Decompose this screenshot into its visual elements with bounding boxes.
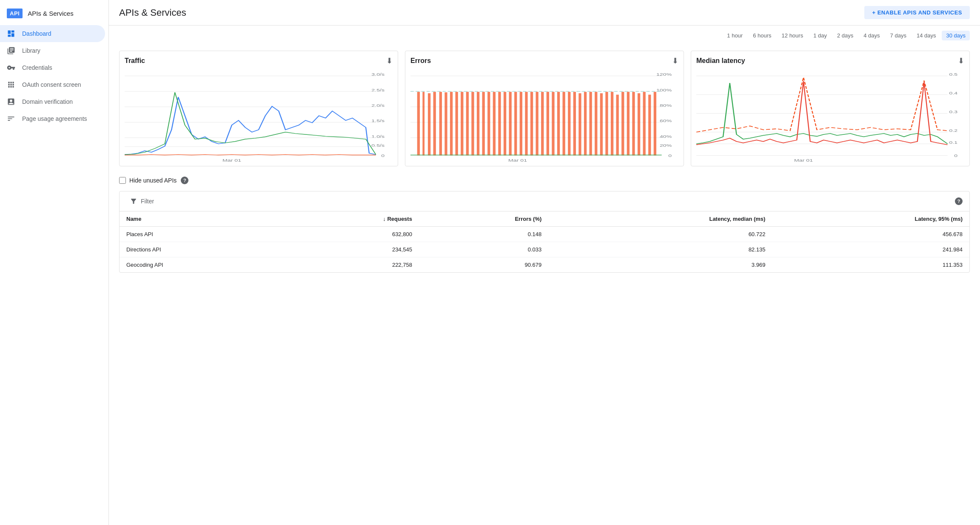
content-area: 1 hour 6 hours 12 hours 1 day 2 days 4 d… <box>109 26 980 283</box>
svg-rect-61 <box>590 92 592 156</box>
svg-rect-41 <box>482 92 485 156</box>
svg-rect-51 <box>536 92 538 156</box>
errors-download-icon[interactable]: ⬇ <box>672 56 678 66</box>
svg-rect-58 <box>573 92 576 156</box>
row-latency-95-directions: 241.984 <box>772 242 969 257</box>
svg-text:0.5/s: 0.5/s <box>371 143 385 148</box>
svg-text:1.0/s: 1.0/s <box>371 134 385 139</box>
api-table-section: Filter ? Name ↓ Requests Errors (%) Late… <box>119 191 970 273</box>
row-name-directions: Directions API <box>120 242 282 257</box>
col-requests[interactable]: ↓ Requests <box>282 211 419 227</box>
svg-text:0.1: 0.1 <box>949 140 958 145</box>
svg-text:0.5: 0.5 <box>949 72 958 77</box>
time-btn-1day[interactable]: 1 day <box>809 31 831 40</box>
hide-unused-label[interactable]: Hide unused APIs <box>119 177 177 184</box>
table-row[interactable]: Directions API 234,545 0.033 82.135 241.… <box>120 242 969 257</box>
latency-chart-container: 0.5 0.4 0.3 0.2 0.1 0 <box>696 69 964 163</box>
svg-rect-44 <box>498 92 501 156</box>
credentials-icon <box>7 63 15 72</box>
sidebar-label-credentials: Credentials <box>22 64 52 71</box>
sidebar-item-dashboard[interactable]: Dashboard <box>0 25 105 42</box>
svg-rect-50 <box>530 92 533 156</box>
svg-rect-57 <box>568 92 570 156</box>
time-btn-30days[interactable]: 30 days <box>942 31 970 40</box>
errors-chart-title: Errors <box>410 57 431 65</box>
svg-rect-56 <box>563 92 565 156</box>
svg-text:0: 0 <box>668 153 672 158</box>
svg-rect-60 <box>584 92 587 156</box>
svg-rect-35 <box>450 92 453 156</box>
latency-chart-svg: 0.5 0.4 0.3 0.2 0.1 0 <box>696 69 964 163</box>
table-row[interactable]: Places API 632,800 0.148 60.722 456.678 <box>120 227 969 242</box>
svg-text:2.5/s: 2.5/s <box>371 88 385 92</box>
traffic-chart-container: 3.0/s 2.5/s 2.0/s 1.5/s 1.0/s 0.5/s 0 <box>125 69 393 163</box>
row-latency-median-directions: 82.135 <box>548 242 772 257</box>
col-name: Name <box>120 211 282 227</box>
library-icon <box>7 46 15 55</box>
api-table-body: Places API 632,800 0.148 60.722 456.678 … <box>120 227 969 273</box>
enable-apis-button[interactable]: + ENABLE APIS AND SERVICES <box>864 6 970 19</box>
svg-text:0.3: 0.3 <box>949 110 958 114</box>
svg-text:0: 0 <box>381 153 385 158</box>
svg-rect-71 <box>643 92 646 156</box>
traffic-chart-svg: 3.0/s 2.5/s 2.0/s 1.5/s 1.0/s 0.5/s 0 <box>125 69 393 163</box>
col-latency-95: Latency, 95% (ms) <box>772 211 969 227</box>
time-btn-6hours[interactable]: 6 hours <box>749 31 775 40</box>
svg-rect-64 <box>605 92 608 156</box>
row-requests-directions: 234,545 <box>282 242 419 257</box>
svg-text:40%: 40% <box>660 134 672 139</box>
traffic-chart-header: Traffic ⬇ <box>125 56 393 66</box>
svg-rect-46 <box>509 92 512 156</box>
svg-rect-54 <box>552 92 554 156</box>
traffic-chart-card: Traffic ⬇ 3.0/s 2.5/s 2.0/s 1.5/s 1.0/s … <box>119 51 398 166</box>
col-latency-median: Latency, median (ms) <box>548 211 772 227</box>
sidebar-item-domain[interactable]: Domain verification <box>0 93 105 110</box>
svg-rect-39 <box>471 92 474 156</box>
latency-download-icon[interactable]: ⬇ <box>958 56 964 66</box>
svg-rect-38 <box>466 92 469 156</box>
time-btn-4days[interactable]: 4 days <box>859 31 884 40</box>
latency-chart-card: Median latency ⬇ 0.5 0.4 0.3 0.2 0.1 0 <box>691 51 970 166</box>
time-btn-2days[interactable]: 2 days <box>833 31 858 40</box>
sidebar-item-oauth[interactable]: OAuth consent screen <box>0 76 105 93</box>
svg-rect-55 <box>557 92 560 156</box>
svg-rect-65 <box>611 92 613 156</box>
sidebar-item-library[interactable]: Library <box>0 42 105 59</box>
svg-rect-47 <box>514 92 517 156</box>
sidebar-item-page-usage[interactable]: Page usage agreements <box>0 110 105 127</box>
time-btn-14days[interactable]: 14 days <box>912 31 940 40</box>
sidebar: API APIs & Services Dashboard Library <box>0 0 109 525</box>
time-btn-12hours[interactable]: 12 hours <box>778 31 808 40</box>
sidebar-title: APIs & Services <box>28 10 74 17</box>
sidebar-item-credentials[interactable]: Credentials <box>0 59 105 76</box>
svg-rect-36 <box>456 92 458 156</box>
table-row[interactable]: Geocoding API 222,758 90.679 3.969 111.3… <box>120 257 969 273</box>
svg-text:Mar 01: Mar 01 <box>794 158 813 163</box>
table-filter-button[interactable]: Filter <box>126 196 157 207</box>
svg-text:80%: 80% <box>660 103 672 108</box>
svg-rect-66 <box>616 95 619 156</box>
traffic-download-icon[interactable]: ⬇ <box>386 56 393 66</box>
svg-rect-29 <box>417 92 420 156</box>
time-btn-1hour[interactable]: 1 hour <box>723 31 747 40</box>
dashboard-icon <box>7 29 15 38</box>
row-name-places: Places API <box>120 227 282 242</box>
svg-rect-43 <box>493 92 496 156</box>
errors-chart-card: Errors ⬇ 120% 100% 80% 60% 40% 20% 0 <box>405 51 684 166</box>
row-errors-directions: 0.033 <box>419 242 548 257</box>
svg-rect-72 <box>648 95 651 156</box>
time-btn-7days[interactable]: 7 days <box>886 31 911 40</box>
svg-text:2.0/s: 2.0/s <box>371 103 385 108</box>
svg-rect-67 <box>621 92 624 156</box>
api-logo: API <box>7 9 23 18</box>
filter-help-icon[interactable]: ? <box>181 177 188 184</box>
row-name-geocoding: Geocoding API <box>120 257 282 273</box>
svg-rect-62 <box>595 92 597 156</box>
sidebar-label-oauth: OAuth consent screen <box>22 81 81 88</box>
table-help-icon[interactable]: ? <box>955 197 963 205</box>
svg-rect-70 <box>638 93 640 155</box>
col-errors: Errors (%) <box>419 211 548 227</box>
table-header-row: Name ↓ Requests Errors (%) Latency, medi… <box>120 211 969 227</box>
filter-row: Hide unused APIs ? <box>119 177 970 184</box>
hide-unused-checkbox[interactable] <box>119 177 126 184</box>
